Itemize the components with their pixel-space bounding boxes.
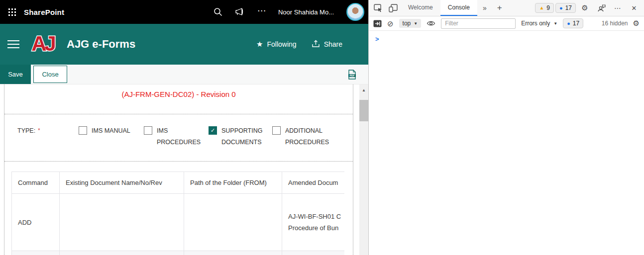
chevron-down-icon: ▼ [553, 21, 557, 26]
clear-console-icon[interactable]: ⊘ [387, 20, 394, 27]
type-field-section: TYPE:* IMS MANUAL IMS PROCEDURES ✓ [4, 114, 353, 162]
issues-icon: ● [567, 21, 570, 26]
messages-badge[interactable]: ● 17 [555, 3, 576, 13]
checkbox-ims-manual[interactable]: IMS MANUAL [79, 125, 144, 161]
console-output-area[interactable]: > [369, 31, 644, 255]
site-header: AJ AJG e-Forms ★ Following Share [0, 24, 368, 65]
checkbox-icon[interactable] [272, 126, 281, 135]
share-button[interactable]: Share [312, 40, 342, 49]
log-level-dropdown[interactable]: Errors only ▼ [521, 20, 557, 27]
documents-table-section: Command Existing Document Name/No/Rev Pa… [4, 162, 353, 255]
scroll-up-icon[interactable]: ▲ [362, 88, 366, 92]
svg-text:PDF: PDF [350, 74, 355, 77]
console-filter-input[interactable] [441, 18, 516, 29]
devtools-pane: Welcome Console » + ▲ 9 ● 17 ⚙ ⋯ ✕ [368, 0, 644, 255]
documents-table: Command Existing Document Name/No/Rev Pa… [11, 171, 344, 255]
share-label: Share [324, 40, 342, 48]
save-button[interactable]: Save [0, 65, 31, 84]
warning-icon: ▲ [539, 5, 544, 10]
page-title: AJG e-Forms [67, 38, 135, 51]
following-button[interactable]: ★ Following [256, 40, 297, 49]
vertical-scrollbar[interactable]: ▲ [359, 85, 368, 255]
col-command: Command [12, 171, 60, 194]
issues-icon: ● [559, 5, 563, 11]
user-name[interactable]: Noor Shahida Mo... [278, 8, 334, 16]
cell-path-from[interactable] [184, 194, 282, 251]
table-row[interactable]: ADD AJ-WI-BF-SH01 C Procedure of Bun [12, 194, 344, 251]
waffle-icon [8, 8, 16, 16]
share-icon [312, 40, 320, 49]
checkbox-additional-procedures[interactable]: ADDITIONAL PROCEDURES [272, 125, 342, 161]
console-settings-gear-icon[interactable]: ⚙ [633, 19, 640, 28]
avatar[interactable] [346, 3, 364, 21]
hidden-messages-label: 16 hidden [602, 20, 628, 27]
required-marker: * [38, 127, 40, 133]
checkbox-icon[interactable] [144, 126, 152, 135]
form-container: (AJ-FRM-GEN-DC02) - Revision 0 TYPE:* IM… [4, 85, 353, 255]
col-path-from: Path of the Folder (FROM) [184, 171, 282, 194]
col-amended-doc: Amended Docum [282, 171, 344, 194]
form-title: (AJ-FRM-GEN-DC02) - Revision 0 [121, 90, 235, 98]
close-button[interactable]: Close [33, 66, 67, 83]
console-messages-badge[interactable]: ● 17 [563, 18, 583, 28]
hamburger-menu-icon[interactable] [3, 40, 24, 48]
star-icon: ★ [256, 40, 263, 49]
inspect-element-icon[interactable] [371, 0, 386, 16]
console-sidebar-toggle-icon[interactable] [373, 20, 382, 27]
tab-welcome[interactable]: Welcome [401, 0, 440, 16]
export-pdf-icon[interactable]: PDF [348, 70, 356, 80]
megaphone-icon[interactable] [235, 8, 245, 16]
devtools-tab-bar: Welcome Console » + ▲ 9 ● 17 ⚙ ⋯ ✕ [369, 0, 644, 16]
table-header-row: Command Existing Document Name/No/Rev Pa… [12, 171, 344, 194]
screen: SharePoint ⋯ Noor Shahida Mo... AJ [0, 0, 644, 255]
chevron-down-icon: ▼ [414, 21, 418, 26]
live-expression-eye-icon[interactable] [427, 20, 435, 27]
type-field-label: TYPE:* [17, 125, 65, 161]
site-logo[interactable]: AJ [29, 28, 57, 60]
settings-gear-icon[interactable]: ⚙ [577, 3, 592, 12]
command-bar: Save Close PDF [0, 65, 368, 85]
type-checkbox-group: IMS MANUAL IMS PROCEDURES ✓ SUPPORTING D… [79, 125, 342, 161]
form-scroll-region: (AJ-FRM-GEN-DC02) - Revision 0 TYPE:* IM… [0, 85, 368, 255]
suite-more-icon[interactable]: ⋯ [257, 6, 266, 18]
table-row-partial [12, 251, 344, 255]
app-launcher-button[interactable] [0, 0, 24, 24]
search-icon[interactable] [214, 7, 222, 16]
cell-command[interactable]: ADD [12, 194, 60, 251]
browser-pane: SharePoint ⋯ Noor Shahida Mo... AJ [0, 0, 368, 255]
devtools-more-icon[interactable]: ⋯ [610, 4, 625, 12]
cell-amended-doc[interactable]: AJ-WI-BF-SH01 C Procedure of Bun [282, 194, 344, 251]
scrollbar-thumb[interactable] [359, 100, 368, 121]
checkbox-ims-procedures[interactable]: IMS PROCEDURES [144, 125, 209, 161]
new-tab-icon[interactable]: + [492, 0, 507, 16]
console-prompt-icon[interactable]: > [375, 35, 379, 43]
checkbox-supporting-documents[interactable]: ✓ SUPPORTING DOCUMENTS [209, 125, 272, 161]
warnings-badge[interactable]: ▲ 9 [535, 3, 554, 13]
device-toolbar-icon[interactable] [386, 0, 401, 16]
tab-console[interactable]: Console [440, 0, 477, 16]
sharepoint-brand[interactable]: SharePoint [24, 8, 64, 16]
feedback-icon[interactable] [594, 4, 609, 12]
frame-selector-dropdown[interactable]: top ▼ [399, 19, 422, 28]
col-existing-doc: Existing Document Name/No/Rev [60, 171, 184, 194]
cell-existing-doc[interactable] [60, 194, 184, 251]
following-label: Following [267, 40, 297, 48]
console-toolbar: ⊘ top ▼ Errors only ▼ ● 17 16 hidden ⚙ [369, 16, 644, 31]
checkbox-checked-icon[interactable]: ✓ [209, 126, 217, 135]
form-title-section: (AJ-FRM-GEN-DC02) - Revision 0 [4, 85, 353, 114]
suite-bar: SharePoint ⋯ Noor Shahida Mo... [0, 0, 368, 24]
svg-text:AJ: AJ [31, 32, 55, 55]
more-tabs-icon[interactable]: » [477, 0, 492, 16]
devtools-close-icon[interactable]: ✕ [627, 4, 642, 12]
checkbox-icon[interactable] [79, 126, 87, 135]
